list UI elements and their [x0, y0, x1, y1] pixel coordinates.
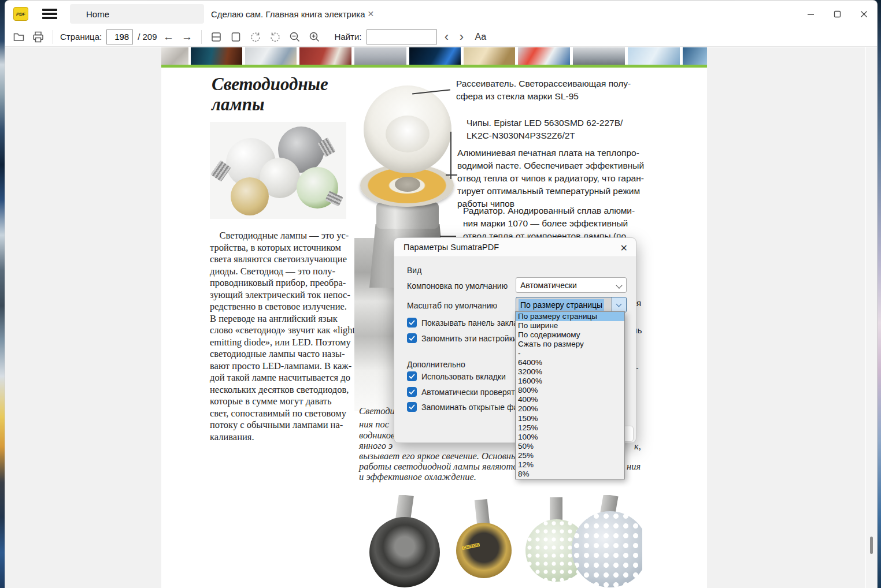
match-case-button[interactable]: Aa — [472, 32, 490, 42]
page-thumbnail[interactable] — [191, 47, 242, 65]
checkbox-checked-icon[interactable] — [407, 318, 417, 328]
close-button[interactable] — [850, 1, 877, 27]
led-board-hole — [395, 177, 420, 192]
spotlight-lamp-image — [456, 523, 512, 578]
dropdown-item[interactable]: 8% — [516, 470, 624, 479]
dropdown-item[interactable]: 1600% — [516, 377, 624, 386]
toolbar-separator — [53, 30, 53, 44]
find-label: Найти: — [335, 32, 362, 42]
sumatrapdf-window: PDF Home Сделаю сам. Главная книга элект… — [5, 0, 878, 588]
toolbar-separator — [201, 30, 202, 44]
dialog-titlebar[interactable]: Параметры SumatraPDF ✕ — [394, 238, 636, 257]
page-thumbnail[interactable] — [628, 47, 680, 65]
bulb-image — [231, 177, 269, 215]
facing-pages-icon[interactable] — [209, 29, 224, 44]
page-thumbnail[interactable] — [245, 47, 297, 65]
layout-label: Компоновка по умолчанию — [407, 281, 508, 291]
show-bookmarks-row[interactable]: Показывать панель закладок — [407, 318, 531, 328]
tab-document[interactable]: Сделаю сам. Главная книга электрика ✕ — [211, 9, 374, 19]
page-thumbnail[interactable] — [464, 47, 515, 65]
dialog-close-icon[interactable]: ✕ — [620, 243, 628, 254]
caption-line: и эффективное охлаждение. — [359, 471, 476, 483]
remember-settings-row[interactable]: Запомнить эти настройки для — [407, 333, 533, 343]
page-thumbnail[interactable] — [683, 47, 707, 65]
spotlight-lamps-photo: CAUTION — [359, 495, 642, 588]
find-input[interactable] — [367, 29, 437, 44]
lamp-base — [550, 497, 562, 522]
check-updates-label: Автоматически проверять об — [421, 388, 531, 397]
leader-line — [440, 236, 456, 237]
find-next-icon[interactable]: › — [457, 31, 467, 43]
dropdown-item[interactable]: 12% — [516, 460, 624, 470]
page-number-input[interactable] — [106, 29, 133, 44]
section-view: Вид — [407, 266, 421, 275]
page-thumbnail[interactable] — [299, 47, 351, 65]
toolbar: Страница: / 209 ← → Найти: ‹ › Aa — [5, 27, 877, 47]
dropdown-item[interactable]: 800% — [516, 386, 624, 395]
dropdown-item[interactable]: 6400% — [516, 358, 624, 367]
page-label: Страница: — [60, 32, 102, 42]
layout-combobox[interactable]: Автоматически — [516, 277, 627, 293]
caption-line: янного э — [359, 440, 393, 452]
checkbox-checked-icon[interactable] — [407, 333, 417, 343]
print-icon[interactable] — [31, 29, 46, 44]
zoom-in-icon[interactable] — [307, 29, 322, 44]
use-tabs-row[interactable]: Использовать вкладки — [407, 371, 506, 381]
chevron-down-icon — [616, 302, 622, 307]
page-thumbnail[interactable] — [161, 47, 188, 65]
dropdown-item[interactable]: 200% — [516, 404, 624, 414]
dropdown-item[interactable]: 3200% — [516, 367, 624, 377]
section-color-strip — [161, 65, 707, 68]
menu-icon[interactable] — [42, 8, 57, 20]
vertical-scrollbar[interactable] — [865, 47, 877, 588]
caption-line: работы светодиодной лампы являютс — [359, 461, 517, 472]
page-thumbnail[interactable] — [354, 47, 406, 65]
dropdown-item[interactable]: 125% — [516, 423, 624, 433]
spotlight-lamp-image — [572, 511, 642, 587]
dropdown-item[interactable]: - — [516, 349, 624, 358]
dropdown-item[interactable]: По содержимому — [516, 330, 624, 340]
dropdown-item[interactable]: По размеру страницы — [516, 312, 624, 321]
leader-line — [446, 174, 457, 176]
previous-page-icon[interactable]: ← — [162, 31, 176, 43]
maximize-button[interactable] — [824, 1, 850, 27]
dropdown-item[interactable]: 100% — [516, 433, 624, 442]
annotation-diffuser: Рассеиватель. Светорассеивающая полу- сф… — [456, 77, 631, 103]
check-updates-row[interactable]: Автоматически проверять об — [407, 387, 531, 397]
dropdown-item[interactable]: Сжать по размеру — [516, 340, 624, 349]
checkbox-checked-icon[interactable] — [407, 402, 417, 412]
page-total: / 209 — [138, 32, 157, 42]
single-page-icon[interactable] — [228, 29, 243, 44]
remember-files-row[interactable]: Запоминать открытые файлы — [407, 402, 533, 412]
open-file-icon[interactable] — [11, 29, 26, 44]
tab-home[interactable]: Home — [70, 4, 204, 24]
dropdown-item[interactable]: По ширине — [516, 321, 624, 330]
page-thumbnail[interactable] — [409, 47, 461, 65]
checkbox-checked-icon[interactable] — [407, 371, 417, 381]
dropdown-item[interactable]: 400% — [516, 395, 624, 404]
page-thumbnail[interactable] — [573, 47, 625, 65]
article-title: Светодиодные лампы — [212, 74, 328, 114]
led-bulbs-photo — [210, 122, 346, 219]
tab-close-icon[interactable]: ✕ — [368, 9, 375, 18]
dropdown-item[interactable]: 150% — [516, 414, 624, 423]
clipped-caption-fragment: ния — [627, 461, 641, 472]
caption-line: Светоди — [359, 405, 395, 417]
zoom-out-icon[interactable] — [287, 29, 302, 44]
combobox-arrow-button[interactable] — [612, 297, 626, 312]
next-page-icon[interactable]: → — [180, 31, 194, 43]
page-thumbnail[interactable] — [518, 47, 570, 65]
rotate-left-icon[interactable] — [248, 29, 263, 44]
annotation-chips: Чипы. Epistar LED 5630SMD 62-227B/ LK2C-… — [467, 117, 623, 142]
minimize-button[interactable] — [797, 1, 824, 27]
zoom-combobox[interactable]: По размеру страницы — [516, 297, 627, 312]
dropdown-item[interactable]: 25% — [516, 451, 624, 460]
scrollbar-thumb[interactable] — [870, 537, 873, 554]
find-previous-icon[interactable]: ‹ — [442, 31, 452, 43]
lamp-base — [475, 499, 490, 526]
zoom-dropdown-list: По размеру страницы По ширине По содержи… — [515, 311, 625, 479]
rotate-right-icon[interactable] — [268, 29, 283, 44]
checkbox-checked-icon[interactable] — [407, 387, 417, 397]
zoom-label: Масштаб по умолчанию — [407, 301, 497, 310]
dropdown-item[interactable]: 50% — [516, 442, 624, 451]
